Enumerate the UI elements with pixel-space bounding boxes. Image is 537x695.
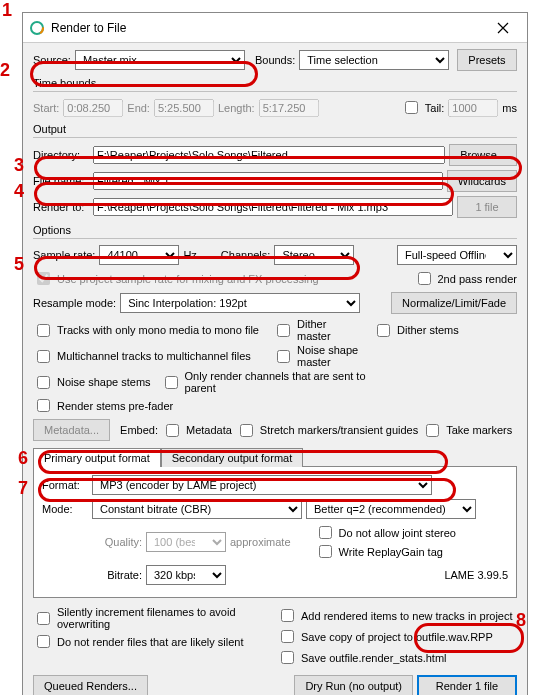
sr-label: Sample rate: [33,249,95,261]
close-icon[interactable] [485,14,521,42]
tail-unit: ms [502,102,517,114]
mode-label: Mode: [42,503,88,515]
tab-secondary[interactable]: Secondary output format [161,448,303,467]
dryrun-button[interactable]: Dry Run (no output) [294,675,413,695]
replaygain-check[interactable]: Write ReplayGain tag [315,542,456,561]
ch-select[interactable]: Stereo [274,245,354,265]
bitrate-select[interactable]: 320 kbps [146,565,226,585]
format-select[interactable]: MP3 (encoder by LAME project) [92,475,432,495]
source-select[interactable]: Master mix [75,50,245,70]
app-icon [29,20,45,36]
quality-label: Quality: [42,536,142,548]
output-label: Output [33,123,517,135]
annot-n3: 3 [14,155,24,176]
quality-preset-select[interactable]: Better q=2 (recommended) [306,499,476,519]
multichannel-check[interactable]: Multichannel tracks to multichannel file… [33,347,263,366]
mono-check[interactable]: Tracks with only mono media to mono file [33,321,263,340]
noise-master-check[interactable]: Noise shape master [273,344,393,368]
annot-n7: 7 [18,478,28,499]
speed-select[interactable]: Full-speed Offline [397,245,517,265]
normalize-button[interactable]: Normalize/Limit/Fade [391,292,517,314]
dir-label: Directory: [33,149,89,161]
annot-n4: 4 [14,181,24,202]
save-copy-check[interactable]: Save copy of project to outfile.wav.RPP [277,627,513,646]
length-label: Length: [218,102,255,114]
queued-renders-button[interactable]: Queued Renders... [33,675,148,695]
start-input [63,99,123,117]
embed-take-check[interactable]: Take markers [422,421,512,440]
approx-label: approximate [230,536,291,548]
lame-version: LAME 3.99.5 [444,569,508,581]
add-project-check[interactable]: Add rendered items to new tracks in proj… [277,606,513,625]
noise-stems-check[interactable]: Noise shape stems [33,373,151,392]
annot-n1: 1 [2,0,12,21]
renderto-input [93,198,453,216]
resample-select[interactable]: Sinc Interpolation: 192pt [120,293,360,313]
embed-meta-check[interactable]: Metadata [162,421,232,440]
ch-label: Channels: [221,249,271,261]
second-pass-check[interactable]: 2nd pass render [414,269,518,288]
annot-n6: 6 [18,448,28,469]
start-label: Start: [33,102,59,114]
bitrate-label: Bitrate: [42,569,142,581]
source-label: Source: [33,54,71,66]
render-button[interactable]: Render 1 file [417,675,517,695]
onefile-button: 1 file [457,196,517,218]
parent-check[interactable]: Only render channels that are sent to pa… [161,370,391,394]
mode-select[interactable]: Constant bitrate (CBR) [92,499,302,519]
tail-check[interactable]: Tail: [401,98,445,117]
embed-stretch-check[interactable]: Stretch markers/transient guides [236,421,418,440]
annot-n8: 8 [516,610,526,631]
hz-label: Hz [183,249,196,261]
annot-n5: 5 [14,254,24,275]
length-input [259,99,319,117]
bounds-select[interactable]: Time selection [299,50,449,70]
format-label: Format: [42,479,88,491]
dither-stems-check[interactable]: Dither stems [373,321,459,340]
end-label: End: [127,102,150,114]
tabpanel-primary: Format: MP3 (encoder by LAME project) Mo… [33,466,517,598]
dither-master-check[interactable]: Dither master [273,318,363,342]
titlebar[interactable]: Render to File [23,13,527,43]
sr-select[interactable]: 44100 [99,245,179,265]
use-proj-sr-check[interactable]: Use project sample rate for mixing and F… [33,269,319,288]
tail-input [448,99,498,117]
window-title: Render to File [51,21,485,35]
bounds-label: Bounds: [255,54,295,66]
filename-label: File name: [33,175,89,187]
resample-label: Resample mode: [33,297,116,309]
options-label: Options [33,224,517,236]
filename-input[interactable] [93,172,443,190]
silent-inc-check[interactable]: Silently increment filenames to avoid ov… [33,606,273,630]
directory-input[interactable] [93,146,445,164]
timebounds-label: Time bounds [33,77,517,89]
presets-button[interactable]: Presets [457,49,516,71]
quality-select: 100 (best) [146,532,226,552]
save-stats-check[interactable]: Save outfile.render_stats.html [277,648,513,667]
renderto-label: Render to: [33,201,89,213]
embed-label: Embed: [120,424,158,436]
prefader-check[interactable]: Render stems pre-fader [33,396,173,415]
wildcards-button[interactable]: Wildcards [447,170,517,192]
render-dialog: Render to File Source: Master mix Bounds… [22,12,528,695]
annot-n2: 2 [0,60,10,81]
tab-primary[interactable]: Primary output format [33,448,161,467]
joint-check[interactable]: Do not allow joint stereo [315,523,456,542]
end-input [154,99,214,117]
browse-button[interactable]: Browse... [449,144,517,166]
not-silent-check[interactable]: Do not render files that are likely sile… [33,632,273,651]
metadata-button: Metadata... [33,419,110,441]
